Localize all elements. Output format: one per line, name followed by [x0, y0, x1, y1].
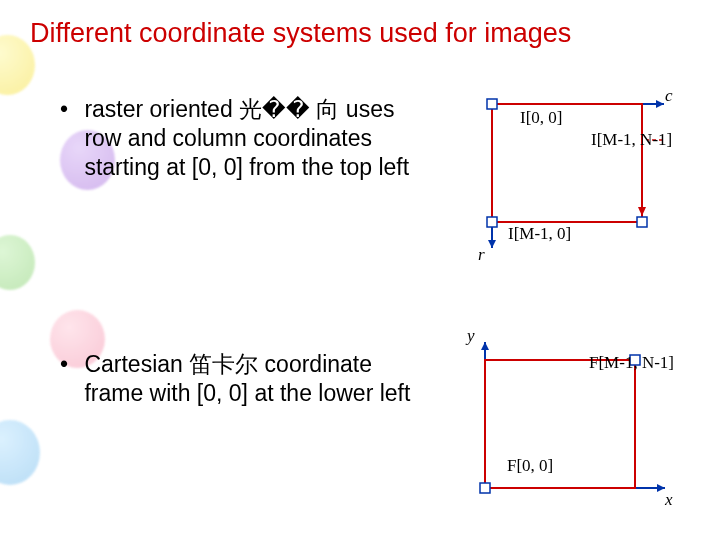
svg-rect-16 — [480, 483, 490, 493]
diagram-raster: c r I[0, 0] I[M-1, N-1] I[M-1, 0] — [480, 90, 680, 265]
svg-rect-7 — [637, 217, 647, 227]
svg-marker-1 — [656, 100, 664, 108]
raster-label-i00: I[0, 0] — [520, 108, 562, 128]
bullet-raster-text: raster oriented 光�� 向 uses row and colum… — [84, 95, 424, 181]
bullet-cartesian: • Cartesian 笛卡尔 coordinate frame with [0… — [60, 350, 424, 408]
bullet-cartesian-text: Cartesian 笛卡尔 coordinate frame with [0, … — [84, 350, 424, 408]
bullet-raster: • raster oriented 光�� 向 uses row and col… — [60, 95, 424, 181]
raster-axis-c-label: c — [665, 86, 673, 106]
diagram-cartesian: y x F[0, 0] F[M-1, N-1] — [455, 320, 680, 510]
svg-rect-5 — [487, 99, 497, 109]
slide-body: • raster oriented 光�� 向 uses row and col… — [40, 85, 680, 525]
cartesian-label-fm1n1: F[M-1, N-1] — [589, 353, 674, 373]
raster-label-im1n1: I[M-1, N-1] — [591, 130, 672, 150]
cartesian-axis-y-label: y — [467, 326, 475, 346]
bg-balloon-blue — [0, 420, 40, 485]
svg-rect-4 — [492, 104, 642, 222]
cartesian-axis-x-label: x — [665, 490, 673, 510]
bullet-dot-icon: • — [60, 350, 78, 379]
slide-title: Different coordinate systems used for im… — [30, 18, 690, 49]
svg-marker-3 — [488, 240, 496, 248]
svg-rect-6 — [487, 217, 497, 227]
raster-axis-r-label: r — [478, 245, 485, 265]
bullet-dot-icon: • — [60, 95, 78, 124]
bg-balloon-green — [0, 235, 35, 290]
cartesian-label-f00: F[0, 0] — [507, 456, 553, 476]
raster-label-im10: I[M-1, 0] — [508, 224, 571, 244]
svg-marker-10 — [638, 207, 646, 216]
svg-marker-12 — [481, 342, 489, 350]
diagram-cartesian-svg — [455, 320, 680, 510]
svg-marker-14 — [657, 484, 665, 492]
